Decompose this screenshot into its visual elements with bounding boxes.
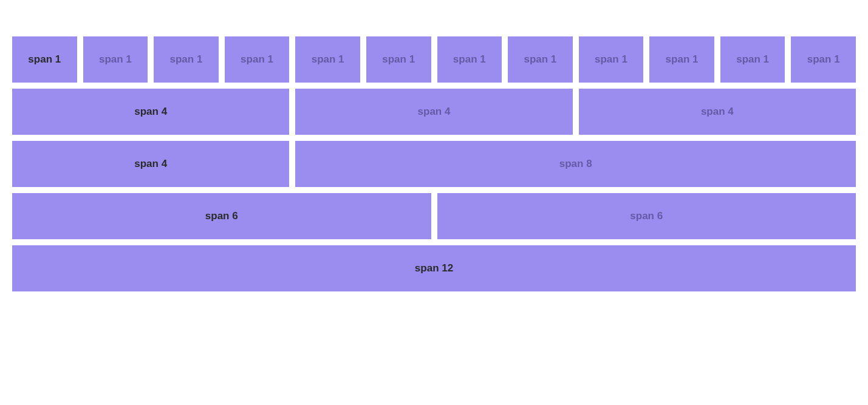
grid-cell: span 6 bbox=[12, 193, 431, 239]
grid-cell: span 4 bbox=[12, 141, 289, 187]
grid-cell: span 4 bbox=[579, 89, 856, 135]
grid-cell: span 1 bbox=[720, 36, 785, 83]
grid-cell: span 4 bbox=[12, 89, 289, 135]
grid-row: span 1 span 1 span 1 span 1 span 1 span … bbox=[12, 36, 856, 83]
grid-cell: span 1 bbox=[649, 36, 714, 83]
grid-cell: span 1 bbox=[791, 36, 856, 83]
grid-demo-container: span 1 span 1 span 1 span 1 span 1 span … bbox=[12, 36, 856, 291]
grid-cell: span 12 bbox=[12, 245, 856, 291]
grid-cell: span 1 bbox=[154, 36, 219, 83]
grid-cell: span 1 bbox=[437, 36, 502, 83]
grid-cell: span 1 bbox=[12, 36, 77, 83]
grid-cell: span 8 bbox=[295, 141, 856, 187]
grid-row: span 4 span 4 span 4 bbox=[12, 89, 856, 135]
grid-cell: span 6 bbox=[437, 193, 856, 239]
grid-row: span 4 span 8 bbox=[12, 141, 856, 187]
grid-cell: span 1 bbox=[83, 36, 148, 83]
grid-cell: span 1 bbox=[366, 36, 431, 83]
grid-cell: span 4 bbox=[295, 89, 572, 135]
grid-cell: span 1 bbox=[579, 36, 644, 83]
grid-row: span 6 span 6 bbox=[12, 193, 856, 239]
grid-row: span 12 bbox=[12, 245, 856, 291]
grid-cell: span 1 bbox=[295, 36, 360, 83]
grid-cell: span 1 bbox=[225, 36, 290, 83]
grid-cell: span 1 bbox=[508, 36, 573, 83]
